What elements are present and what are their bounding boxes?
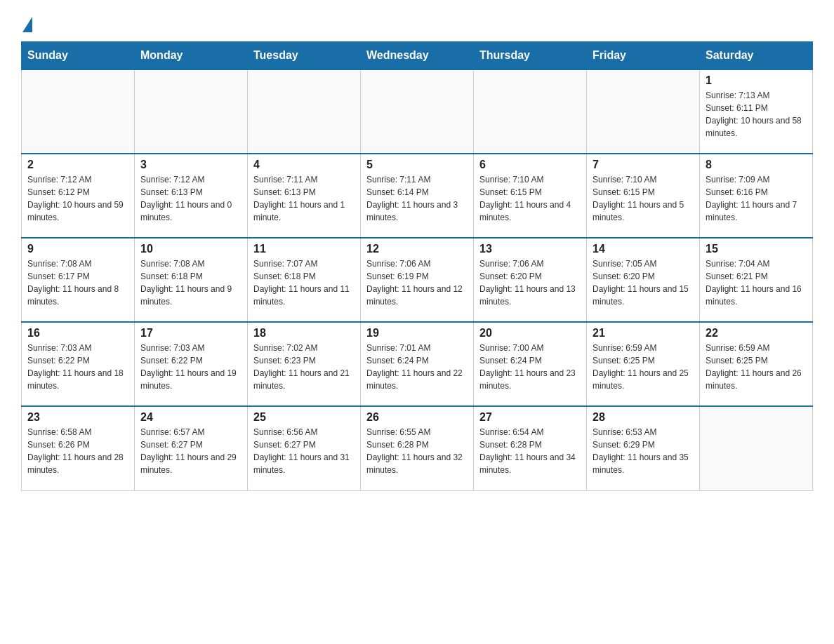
day-number: 27 <box>479 411 581 424</box>
calendar-cell <box>474 69 587 154</box>
day-number: 21 <box>593 327 694 340</box>
calendar-cell: 26Sunrise: 6:55 AMSunset: 6:28 PMDayligh… <box>361 406 474 490</box>
day-info: Sunrise: 6:53 AMSunset: 6:29 PMDaylight:… <box>593 426 694 476</box>
calendar-cell: 24Sunrise: 6:57 AMSunset: 6:27 PMDayligh… <box>135 406 248 490</box>
day-number: 16 <box>27 327 128 340</box>
calendar-cell: 27Sunrise: 6:54 AMSunset: 6:28 PMDayligh… <box>474 406 587 490</box>
day-info: Sunrise: 7:12 AMSunset: 6:13 PMDaylight:… <box>140 173 241 224</box>
calendar-cell: 11Sunrise: 7:07 AMSunset: 6:18 PMDayligh… <box>248 238 361 322</box>
day-info: Sunrise: 7:03 AMSunset: 6:22 PMDaylight:… <box>27 342 128 392</box>
day-info: Sunrise: 6:56 AMSunset: 6:27 PMDaylight:… <box>253 426 355 476</box>
calendar-cell: 17Sunrise: 7:03 AMSunset: 6:22 PMDayligh… <box>135 322 248 406</box>
calendar-cell <box>248 69 361 154</box>
day-number: 15 <box>706 243 807 255</box>
calendar-cell: 15Sunrise: 7:04 AMSunset: 6:21 PMDayligh… <box>700 238 813 322</box>
day-info: Sunrise: 7:13 AMSunset: 6:11 PMDaylight:… <box>706 89 807 140</box>
calendar-week-row: 1Sunrise: 7:13 AMSunset: 6:11 PMDaylight… <box>22 69 813 154</box>
day-number: 13 <box>479 243 581 255</box>
day-number: 7 <box>593 159 694 171</box>
day-info: Sunrise: 7:00 AMSunset: 6:24 PMDaylight:… <box>479 342 581 392</box>
calendar-cell: 12Sunrise: 7:06 AMSunset: 6:19 PMDayligh… <box>361 238 474 322</box>
calendar-week-row: 23Sunrise: 6:58 AMSunset: 6:26 PMDayligh… <box>22 406 813 490</box>
day-info: Sunrise: 7:06 AMSunset: 6:20 PMDaylight:… <box>479 257 581 308</box>
day-info: Sunrise: 7:11 AMSunset: 6:13 PMDaylight:… <box>253 173 355 224</box>
logo <box>21 14 32 34</box>
calendar-cell: 13Sunrise: 7:06 AMSunset: 6:20 PMDayligh… <box>474 238 587 322</box>
day-info: Sunrise: 7:09 AMSunset: 6:16 PMDaylight:… <box>706 173 807 224</box>
day-number: 10 <box>140 243 241 255</box>
calendar-cell <box>22 69 135 154</box>
day-info: Sunrise: 6:54 AMSunset: 6:28 PMDaylight:… <box>479 426 581 476</box>
day-info: Sunrise: 7:07 AMSunset: 6:18 PMDaylight:… <box>253 257 355 308</box>
calendar-cell <box>700 406 813 490</box>
day-number: 18 <box>253 327 355 340</box>
calendar-cell: 1Sunrise: 7:13 AMSunset: 6:11 PMDaylight… <box>700 69 813 154</box>
calendar-cell: 14Sunrise: 7:05 AMSunset: 6:20 PMDayligh… <box>587 238 700 322</box>
day-info: Sunrise: 6:59 AMSunset: 6:25 PMDaylight:… <box>706 342 807 392</box>
day-info: Sunrise: 7:06 AMSunset: 6:19 PMDaylight:… <box>366 257 468 308</box>
calendar-cell <box>135 69 248 154</box>
calendar-cell: 2Sunrise: 7:12 AMSunset: 6:12 PMDaylight… <box>22 154 135 238</box>
page-header <box>21 14 813 34</box>
day-number: 4 <box>253 159 355 171</box>
day-number: 25 <box>253 411 355 424</box>
weekday-header-tuesday: Tuesday <box>248 42 361 70</box>
calendar-cell: 6Sunrise: 7:10 AMSunset: 6:15 PMDaylight… <box>474 154 587 238</box>
day-info: Sunrise: 6:59 AMSunset: 6:25 PMDaylight:… <box>593 342 694 392</box>
day-number: 9 <box>27 243 128 255</box>
day-number: 11 <box>253 243 355 255</box>
calendar-cell: 9Sunrise: 7:08 AMSunset: 6:17 PMDaylight… <box>22 238 135 322</box>
day-info: Sunrise: 6:58 AMSunset: 6:26 PMDaylight:… <box>27 426 128 476</box>
calendar-cell: 18Sunrise: 7:02 AMSunset: 6:23 PMDayligh… <box>248 322 361 406</box>
day-number: 12 <box>366 243 468 255</box>
day-number: 6 <box>479 159 581 171</box>
calendar-cell: 21Sunrise: 6:59 AMSunset: 6:25 PMDayligh… <box>587 322 700 406</box>
day-number: 20 <box>479 327 581 340</box>
calendar-cell: 22Sunrise: 6:59 AMSunset: 6:25 PMDayligh… <box>700 322 813 406</box>
calendar-week-row: 9Sunrise: 7:08 AMSunset: 6:17 PMDaylight… <box>22 238 813 322</box>
day-info: Sunrise: 7:04 AMSunset: 6:21 PMDaylight:… <box>706 257 807 308</box>
calendar-week-row: 16Sunrise: 7:03 AMSunset: 6:22 PMDayligh… <box>22 322 813 406</box>
day-info: Sunrise: 7:08 AMSunset: 6:18 PMDaylight:… <box>140 257 241 308</box>
calendar-cell: 5Sunrise: 7:11 AMSunset: 6:14 PMDaylight… <box>361 154 474 238</box>
calendar-cell: 10Sunrise: 7:08 AMSunset: 6:18 PMDayligh… <box>135 238 248 322</box>
day-info: Sunrise: 7:08 AMSunset: 6:17 PMDaylight:… <box>27 257 128 308</box>
calendar-header-row: SundayMondayTuesdayWednesdayThursdayFrid… <box>22 42 813 70</box>
day-number: 23 <box>27 411 128 424</box>
weekday-header-monday: Monday <box>135 42 248 70</box>
calendar-cell: 8Sunrise: 7:09 AMSunset: 6:16 PMDaylight… <box>700 154 813 238</box>
weekday-header-friday: Friday <box>587 42 700 70</box>
day-info: Sunrise: 7:11 AMSunset: 6:14 PMDaylight:… <box>366 173 468 224</box>
weekday-header-saturday: Saturday <box>700 42 813 70</box>
calendar-cell: 16Sunrise: 7:03 AMSunset: 6:22 PMDayligh… <box>22 322 135 406</box>
calendar-table: SundayMondayTuesdayWednesdayThursdayFrid… <box>21 41 813 491</box>
day-number: 1 <box>706 74 807 87</box>
logo-triangle-icon <box>22 17 32 32</box>
day-number: 24 <box>140 411 241 424</box>
day-info: Sunrise: 7:05 AMSunset: 6:20 PMDaylight:… <box>593 257 694 308</box>
day-number: 17 <box>140 327 241 340</box>
day-number: 8 <box>706 159 807 171</box>
day-number: 3 <box>140 159 241 171</box>
day-number: 2 <box>27 159 128 171</box>
weekday-header-sunday: Sunday <box>22 42 135 70</box>
calendar-cell: 25Sunrise: 6:56 AMSunset: 6:27 PMDayligh… <box>248 406 361 490</box>
weekday-header-thursday: Thursday <box>474 42 587 70</box>
day-number: 22 <box>706 327 807 340</box>
calendar-cell: 4Sunrise: 7:11 AMSunset: 6:13 PMDaylight… <box>248 154 361 238</box>
calendar-cell: 7Sunrise: 7:10 AMSunset: 6:15 PMDaylight… <box>587 154 700 238</box>
calendar-cell <box>587 69 700 154</box>
day-number: 14 <box>593 243 694 255</box>
day-number: 28 <box>593 411 694 424</box>
day-info: Sunrise: 6:55 AMSunset: 6:28 PMDaylight:… <box>366 426 468 476</box>
day-number: 26 <box>366 411 468 424</box>
day-info: Sunrise: 7:12 AMSunset: 6:12 PMDaylight:… <box>27 173 128 224</box>
calendar-cell <box>361 69 474 154</box>
day-info: Sunrise: 6:57 AMSunset: 6:27 PMDaylight:… <box>140 426 241 476</box>
calendar-week-row: 2Sunrise: 7:12 AMSunset: 6:12 PMDaylight… <box>22 154 813 238</box>
calendar-cell: 23Sunrise: 6:58 AMSunset: 6:26 PMDayligh… <box>22 406 135 490</box>
day-info: Sunrise: 7:10 AMSunset: 6:15 PMDaylight:… <box>479 173 581 224</box>
weekday-header-wednesday: Wednesday <box>361 42 474 70</box>
calendar-cell: 3Sunrise: 7:12 AMSunset: 6:13 PMDaylight… <box>135 154 248 238</box>
day-number: 19 <box>366 327 468 340</box>
